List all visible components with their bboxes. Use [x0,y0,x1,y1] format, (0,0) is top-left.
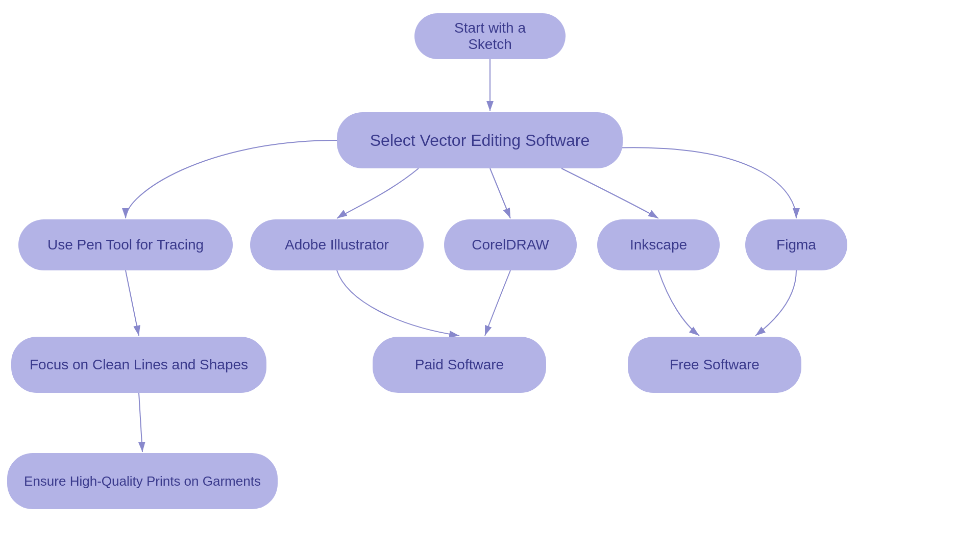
node-free-software: Free Software [628,337,801,393]
diagram-container: Start with a Sketch Select Vector Editin… [0,0,980,551]
node-paid-software: Paid Software [373,337,546,393]
node-inkscape: Inkscape [597,219,720,270]
node-pen-tool: Use Pen Tool for Tracing [18,219,233,270]
svg-line-2 [490,168,510,218]
svg-line-4 [139,393,142,452]
node-figma: Figma [745,219,847,270]
node-start: Start with a Sketch [414,13,566,59]
node-corel: CorelDRAW [444,219,577,270]
node-select: Select Vector Editing Software [337,112,623,168]
node-clean-lines: Focus on Clean Lines and Shapes [11,337,266,393]
node-adobe: Adobe Illustrator [250,219,424,270]
node-high-quality: Ensure High-Quality Prints on Garments [7,453,278,509]
svg-line-3 [126,270,139,336]
